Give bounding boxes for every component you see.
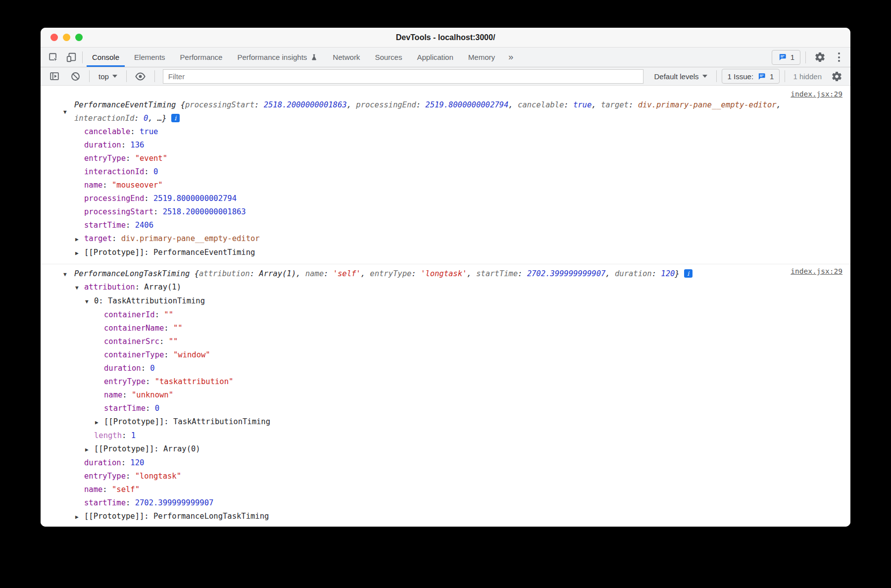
separator: : — [135, 283, 145, 292]
property-name: entryType — [84, 472, 126, 481]
expand-toggle-icon[interactable]: ▶ — [75, 246, 84, 260]
issues-counter-button[interactable]: 1 — [772, 50, 800, 65]
preview-token: : — [518, 269, 527, 278]
info-icon[interactable]: i — [684, 269, 693, 278]
property-value: "longtask" — [135, 472, 181, 481]
separator: : — [164, 417, 173, 426]
collapse-toggle-icon[interactable]: ▼ — [85, 295, 94, 308]
tab-performance[interactable]: Performance — [173, 48, 230, 67]
separator: : — [154, 444, 163, 453]
property-value: Array(1) — [144, 283, 181, 292]
tree-row: ▼attribution: Array(1) — [41, 281, 850, 294]
tab-console[interactable]: Console — [85, 48, 127, 67]
preview-token: : — [411, 269, 421, 278]
tree-row: length: 1 — [41, 429, 850, 442]
property-name: name — [84, 181, 102, 190]
property-name: interactionId — [84, 167, 144, 176]
expand-toggle-icon[interactable]: ▶ — [95, 416, 104, 429]
property-name: attribution — [84, 283, 135, 292]
separator: : — [159, 337, 169, 346]
divider — [716, 70, 717, 82]
more-tabs-button[interactable]: » — [502, 48, 519, 67]
console-filter-input[interactable] — [163, 69, 644, 84]
tree-row: processingStart: 2518.2000000001863 — [41, 205, 850, 219]
preview-token: : — [250, 269, 259, 278]
preview-token: , — [508, 100, 518, 109]
chevron-down-icon — [702, 75, 707, 78]
javascript-context-dropdown[interactable]: top — [95, 72, 121, 81]
separator: : — [126, 472, 135, 481]
property-value: PerformanceEventTiming — [153, 248, 255, 257]
issue-bubble-icon — [757, 72, 766, 81]
property-value: "" — [173, 324, 183, 333]
separator: : — [164, 350, 173, 359]
tab-network[interactable]: Network — [325, 48, 367, 67]
preview-token: : — [629, 100, 638, 109]
console-settings-gear-button[interactable] — [828, 71, 845, 82]
source-link[interactable]: index.jsx:29 — [791, 90, 842, 98]
collapse-toggle-icon[interactable]: ▼ — [63, 105, 67, 119]
expand-toggle-icon[interactable]: ▶ — [85, 443, 94, 456]
tab-sources[interactable]: Sources — [367, 48, 409, 67]
phone-icon — [67, 56, 71, 61]
property-value: "unknown" — [132, 391, 173, 399]
preview-token: , — [467, 269, 476, 278]
property-value: 0 — [150, 364, 154, 373]
close-window-button[interactable] — [50, 34, 58, 41]
clear-console-button[interactable] — [66, 71, 84, 82]
preview-token: processingStart — [185, 100, 254, 109]
property-name: name — [84, 485, 102, 494]
preview-token: 120 — [661, 269, 675, 278]
tree-row: name: "self" — [41, 483, 850, 496]
show-console-sidebar-button[interactable] — [46, 71, 63, 82]
preview-token: 2702.399999999907 — [527, 269, 606, 278]
property-name: entryType — [84, 154, 126, 163]
customize-devtools-menu-button[interactable] — [832, 52, 846, 62]
tab-performance-insights[interactable]: Performance insights — [230, 48, 325, 67]
tree-row: processingEnd: 2519.8000000002794 — [41, 192, 850, 205]
preview-token: div.primary-pane__empty-editor — [638, 100, 777, 109]
tab-elements[interactable]: Elements — [127, 48, 173, 67]
create-live-expression-button[interactable] — [132, 71, 149, 82]
collapse-toggle-icon[interactable]: ▼ — [75, 281, 84, 294]
minimize-window-button[interactable] — [63, 34, 70, 41]
devtools-tab-bar: Console Elements Performance Performance… — [41, 48, 850, 67]
tree-row: entryType: "event" — [41, 152, 850, 165]
separator: : — [102, 181, 112, 190]
preview-token: : — [254, 100, 264, 109]
preview-token: { — [181, 100, 185, 109]
settings-gear-button[interactable] — [811, 51, 829, 63]
expand-toggle-icon[interactable]: ▶ — [75, 510, 84, 524]
tree-row: startTime: 2406 — [41, 219, 850, 232]
toggle-device-toolbar-button[interactable] — [62, 48, 80, 67]
tree-row: containerName: "" — [41, 322, 850, 335]
issues-button[interactable]: 1 Issue: 1 — [722, 69, 780, 84]
separator: : — [112, 234, 121, 243]
zoom-window-button[interactable] — [75, 34, 83, 41]
property-value: PerformanceLongTaskTiming — [153, 512, 269, 521]
property-name: duration — [104, 364, 141, 373]
property-value: 0 — [155, 404, 159, 413]
divider — [82, 51, 83, 63]
preview-token: , — [592, 100, 601, 109]
expand-toggle-icon[interactable]: ▶ — [75, 233, 84, 246]
separator: : — [102, 485, 112, 494]
chevron-down-icon — [112, 75, 117, 78]
property-value: "mouseover" — [112, 181, 163, 190]
separator: : — [141, 364, 150, 373]
inspect-element-button[interactable] — [45, 48, 62, 67]
property-name: entryType — [104, 377, 146, 386]
preview-token: : — [324, 269, 333, 278]
tab-memory[interactable]: Memory — [461, 48, 502, 67]
property-value: TaskAttributionTiming — [108, 296, 205, 305]
property-value: TaskAttributionTiming — [173, 417, 270, 426]
log-levels-dropdown[interactable]: Default levels — [650, 72, 711, 81]
divider — [805, 51, 806, 63]
preview-token: processingEnd — [356, 100, 416, 109]
separator: : — [164, 324, 173, 333]
tab-application[interactable]: Application — [409, 48, 460, 67]
info-icon[interactable]: i — [171, 114, 180, 122]
collapse-toggle-icon[interactable]: ▼ — [63, 267, 67, 281]
property-value: 120 — [130, 458, 144, 467]
preview-token: 2518.2000000001863 — [264, 100, 347, 109]
